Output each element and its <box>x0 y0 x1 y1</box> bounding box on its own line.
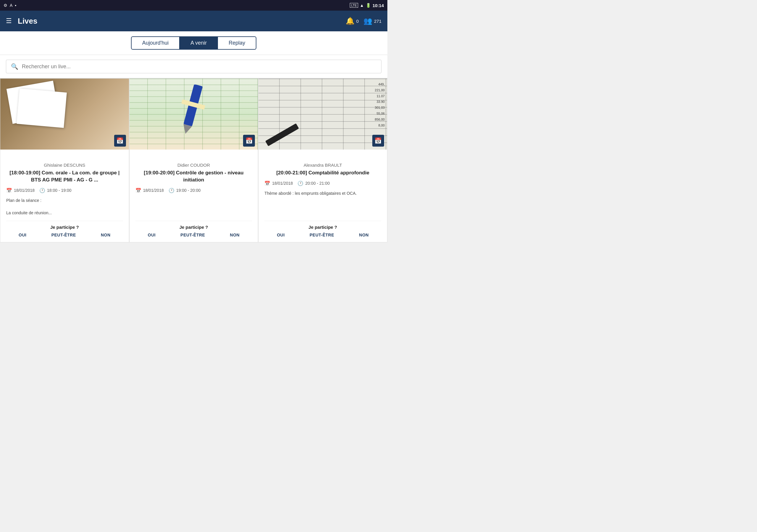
card-1-participate: Je participe ? OUI PEUT-ÊTRE NON <box>6 221 123 237</box>
card-3-title: [20:00-21:00] Comptabilité approfondie <box>264 169 381 176</box>
calendar-plus-icon-3: 📅 <box>374 137 382 144</box>
card-2-participate-buttons: OUI PEUT-ÊTRE NON <box>136 233 252 237</box>
card-3-participate-label: Je participe ? <box>264 224 381 230</box>
calendar-icon: 📅 <box>6 188 12 193</box>
card-1-add-btn[interactable]: 📅 <box>114 135 126 147</box>
card-1-title: [18:00-19:00] Com. orale - La com. de gr… <box>6 169 123 184</box>
notification-count: 0 <box>356 18 359 24</box>
signal-icon: ▲ <box>360 3 364 8</box>
clock-icon-3: 🕐 <box>297 181 303 186</box>
pen-svg <box>165 84 224 138</box>
tab-bar: Aujourd'hui A venir Replay <box>0 31 387 55</box>
tab-avenir[interactable]: A venir <box>180 36 218 50</box>
nav-left: ☰ Lives <box>6 16 38 26</box>
text-a-icon: A <box>10 3 13 8</box>
tab-aujourdhui[interactable]: Aujourd'hui <box>131 36 180 50</box>
card-1-btn-yes[interactable]: OUI <box>19 233 26 237</box>
card-3-body: Alexandra BRAULT [20:00-21:00] Comptabil… <box>258 150 387 242</box>
card-2: 📅 Didier COUDOR [19:00-20:00] Contrôle d… <box>129 78 258 242</box>
card-2-btn-no[interactable]: NON <box>230 233 240 237</box>
card-1-author: Ghislaine DESCUNS <box>6 163 123 167</box>
search-bar-container: 🔍 <box>0 55 387 78</box>
card-2-bg <box>130 79 258 150</box>
cards-grid: 📅 Ghislaine DESCUNS [18:00-19:00] Com. o… <box>0 78 387 242</box>
card-1-image: 📅 <box>0 79 129 150</box>
search-input[interactable] <box>22 64 377 70</box>
bell-icon: 🔔 <box>346 17 354 25</box>
card-3-author: Alexandra BRAULT <box>264 163 381 167</box>
card-3-btn-yes[interactable]: OUI <box>277 233 285 237</box>
card-3-date: 📅 18/01/2018 <box>264 181 293 186</box>
card-1-body: Ghislaine DESCUNS [18:00-19:00] Com. ora… <box>0 150 129 242</box>
status-bar-right: LTE ▲ 🔋 10:14 <box>350 3 384 8</box>
card-2-image: 📅 <box>130 79 258 150</box>
card-1: 📅 Ghislaine DESCUNS [18:00-19:00] Com. o… <box>0 78 129 242</box>
card-2-add-btn[interactable]: 📅 <box>243 135 255 147</box>
search-icon: 🔍 <box>11 63 18 70</box>
clock-icon-2: 🕐 <box>168 188 174 193</box>
card-1-btn-maybe[interactable]: PEUT-ÊTRE <box>51 233 76 237</box>
card-2-description <box>136 197 252 216</box>
battery-icon: 🔋 <box>366 3 371 8</box>
card-2-title: [19:00-20:00] Contrôle de gestion - nive… <box>136 169 252 184</box>
calendar-plus-icon-2: 📅 <box>245 137 253 144</box>
card-1-meta: 📅 18/01/2018 🕐 18:00 - 19:00 <box>6 188 123 193</box>
card-3-time: 🕐 20:00 - 21:00 <box>297 181 330 186</box>
card-1-date: 📅 18/01/2018 <box>6 188 35 193</box>
calendar-icon-3: 📅 <box>264 181 270 186</box>
card-2-participate: Je participe ? OUI PEUT-ÊTRE NON <box>136 221 252 237</box>
card-3-participate-buttons: OUI PEUT-ÊTRE NON <box>264 233 381 237</box>
users-icon: 👥 <box>363 17 372 25</box>
notification-group[interactable]: 🔔 0 <box>346 17 359 25</box>
sd-card-icon: ▪ <box>15 3 16 8</box>
card-1-participate-label: Je participe ? <box>6 224 123 230</box>
status-time: 10:14 <box>373 3 384 8</box>
card-3: 449,221,0011.0733.90301,0355,06856,008,0… <box>258 78 387 242</box>
card-2-btn-maybe[interactable]: PEUT-ÊTRE <box>180 233 205 237</box>
clock-icon: 🕐 <box>39 188 45 193</box>
tab-replay[interactable]: Replay <box>218 36 257 50</box>
card-2-author: Didier COUDOR <box>136 163 252 167</box>
status-bar: ⚙ A ▪ LTE ▲ 🔋 10:14 <box>0 0 387 11</box>
card-1-description: Plan de la séance :La conduite de réunio… <box>6 197 123 216</box>
card-1-btn-no[interactable]: NON <box>101 233 110 237</box>
status-bar-left: ⚙ A ▪ <box>4 3 16 8</box>
card-3-image: 449,221,0011.0733.90301,0355,06856,008,0… <box>258 79 387 150</box>
nav-right: 🔔 0 👥 271 <box>346 17 381 25</box>
lte-icon: LTE <box>350 3 358 8</box>
nav-bar: ☰ Lives 🔔 0 👥 271 <box>0 11 387 31</box>
card-1-participate-buttons: OUI PEUT-ÊTRE NON <box>6 233 123 237</box>
card-3-meta: 📅 18/01/2018 🕐 20:00 - 21:00 <box>264 181 381 186</box>
card-3-description: Thème abordé : les emprunts obligataires… <box>264 190 381 216</box>
card-3-btn-maybe[interactable]: PEUT-ÊTRE <box>310 233 334 237</box>
calendar-plus-icon: 📅 <box>116 137 124 144</box>
card-2-meta: 📅 18/01/2018 🕐 19:00 - 20:00 <box>136 188 252 193</box>
spreadsheet-numbers: 449,221,0011.0733.90301,0355,06856,008,0… <box>258 81 385 128</box>
card-2-date: 📅 18/01/2018 <box>136 188 164 193</box>
card-2-participate-label: Je participe ? <box>136 224 252 230</box>
card-2-btn-yes[interactable]: OUI <box>148 233 156 237</box>
user-count: 271 <box>374 18 381 24</box>
hamburger-icon[interactable]: ☰ <box>6 17 12 25</box>
card-1-bg <box>0 79 129 150</box>
card-3-add-btn[interactable]: 📅 <box>372 135 384 147</box>
calendar-icon-2: 📅 <box>136 188 141 193</box>
card-3-bg: 449,221,0011.0733.90301,0355,06856,008,0… <box>258 79 387 150</box>
card-3-participate: Je participe ? OUI PEUT-ÊTRE NON <box>264 221 381 237</box>
settings-icon: ⚙ <box>4 3 7 8</box>
card-3-btn-no[interactable]: NON <box>359 233 369 237</box>
card-2-time: 🕐 19:00 - 20:00 <box>168 188 201 193</box>
page-title: Lives <box>18 16 38 26</box>
users-group[interactable]: 👥 271 <box>363 17 381 25</box>
card-2-body: Didier COUDOR [19:00-20:00] Contrôle de … <box>130 150 258 242</box>
card-1-time: 🕐 18:00 - 19:00 <box>39 188 72 193</box>
search-bar: 🔍 <box>6 60 381 73</box>
